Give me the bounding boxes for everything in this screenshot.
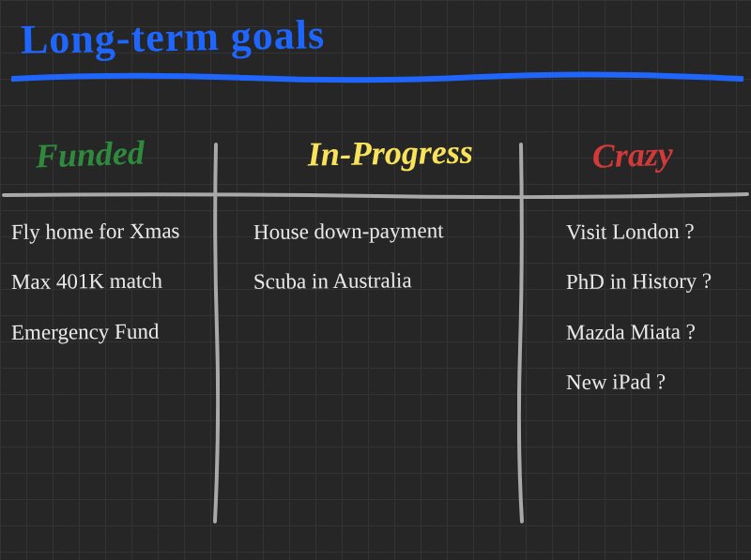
columns-container: Funded Fly home for Xmas Max 401K match … (0, 133, 751, 406)
page-title: Long-term goals (21, 10, 326, 64)
list-item: Visit London ? (566, 219, 751, 244)
list-item: Mazda Miata ? (566, 319, 751, 344)
title-underline (11, 71, 743, 84)
list-item: Max 401K match (11, 268, 223, 294)
column-inprogress: In-Progress House down-payment Scuba in … (235, 133, 547, 406)
list-item: PhD in History ? (566, 268, 751, 294)
list-item: Scuba in Australia (253, 269, 412, 295)
column-crazy: Crazy Visit London ? PhD in History ? Ma… (547, 133, 751, 406)
column-header-funded: Funded (35, 130, 224, 189)
list-item: Fly home for Xmas (11, 219, 223, 244)
column-header-crazy: Crazy (591, 129, 751, 189)
list-item: Emergency Fund (11, 319, 223, 344)
list-item: House down-payment (253, 219, 444, 244)
column-funded: Funded Fly home for Xmas Max 401K match … (0, 133, 235, 406)
column-header-inprogress: In-Progress (308, 131, 474, 187)
list-item: New iPad ? (566, 369, 751, 394)
